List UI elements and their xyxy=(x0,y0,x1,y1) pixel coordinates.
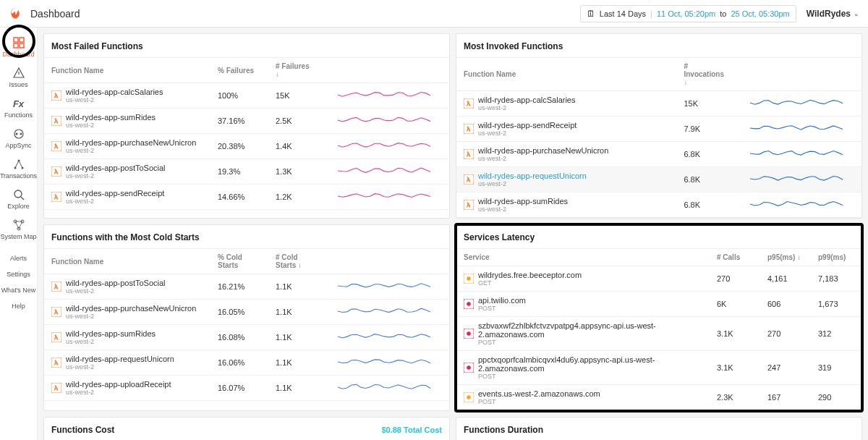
table-row[interactable]: wild-rydes-app-purchaseNewUnicronus-west… xyxy=(456,142,861,167)
function-name[interactable]: wild-rydes-app-sumRides xyxy=(66,113,156,122)
sidebar-item-help[interactable]: Help xyxy=(0,298,37,314)
table-row[interactable]: wild-rydes-app-calcSalariesus-west-215K xyxy=(456,91,861,117)
col-name[interactable]: Function Name xyxy=(44,249,210,274)
table-row[interactable]: wild-rydes-app-requestUnicornus-west-26.… xyxy=(456,167,861,192)
function-name[interactable]: wild-rydes-app-purchaseNewUnicron xyxy=(66,304,196,313)
function-name[interactable]: wild-rydes-app-requestUnicorn xyxy=(478,172,587,180)
lambda-icon xyxy=(51,192,61,202)
transactions-icon xyxy=(12,158,25,171)
col-pct[interactable]: % Cold Starts xyxy=(210,249,268,274)
sidebar-item-label: AppSync xyxy=(5,142,31,149)
table-row[interactable]: wild-rydes-app-sendReceiptus-west-27.9K xyxy=(456,117,861,142)
col-svc[interactable]: Service xyxy=(456,249,710,266)
lambda-icon xyxy=(464,174,474,185)
function-name[interactable]: wild-rydes-app-purchaseNewUnicron xyxy=(66,138,196,147)
table-row[interactable]: wild-rydes-app-sendReceiptus-west-214.66… xyxy=(44,185,449,210)
svg-point-38 xyxy=(467,365,471,370)
sidebar-item-settings[interactable]: Settings xyxy=(0,266,37,282)
http-method: POST xyxy=(478,339,702,346)
function-region: us-west-2 xyxy=(66,122,156,129)
table-row[interactable]: wild-rydes-app-calcSalariesus-west-2100%… xyxy=(44,83,449,109)
service-name[interactable]: szbvaxwf2zhlbkfctvzvpatpg4.appsync-api.u… xyxy=(478,321,656,339)
table-row[interactable]: wild-rydes-app-sumRidesus-west-237.16%2.… xyxy=(44,109,449,134)
table-row[interactable]: wildrydes.free.beeceptor.comGET2704,1617… xyxy=(456,266,861,292)
service-name[interactable]: events.us-west-2.amazonaws.com xyxy=(478,389,600,398)
function-name[interactable]: wild-rydes-app-calcSalaries xyxy=(66,88,163,96)
table-row[interactable]: wild-rydes-app-purchaseNewUnicronus-west… xyxy=(44,300,449,325)
col-calls[interactable]: # Calls xyxy=(710,249,760,266)
svg-rect-0 xyxy=(14,38,18,42)
table-row[interactable]: wild-rydes-app-sumRidesus-west-26.8K xyxy=(456,192,861,218)
col-pct[interactable]: % Failures xyxy=(210,58,268,83)
function-region: us-west-2 xyxy=(478,104,576,111)
svg-point-36 xyxy=(467,331,471,336)
col-name[interactable]: Function Name xyxy=(456,58,676,91)
sparkline xyxy=(326,140,442,151)
sidebar-item-label: Settings xyxy=(7,271,30,278)
sparkline xyxy=(326,165,442,177)
table-row[interactable]: wild-rydes-app-requestUnicornus-west-216… xyxy=(44,350,449,376)
service-name[interactable]: api.twilio.com xyxy=(478,296,526,305)
sidebar-item-systemmap[interactable]: System Map xyxy=(0,214,37,245)
function-name[interactable]: wild-rydes-app-uploadReceipt xyxy=(66,380,171,389)
function-name[interactable]: wild-rydes-app-sumRides xyxy=(66,329,156,338)
sidebar-item-transactions[interactable]: Transactions xyxy=(0,153,37,184)
table-row[interactable]: events.us-west-2.amazonaws.comPOST2.3K16… xyxy=(456,385,861,410)
col-p95[interactable]: p95(ms) ↓ xyxy=(760,249,811,266)
function-name[interactable]: wild-rydes-app-postToSocial xyxy=(66,279,166,287)
function-region: us-west-2 xyxy=(66,313,196,320)
col-cnt[interactable]: # Failures ↓ xyxy=(268,58,319,83)
panel-title: Most Failed Functions xyxy=(44,34,449,57)
account-switcher[interactable]: WildRydes ⌄ xyxy=(807,9,859,19)
sidebar-item-label: System Map xyxy=(0,233,36,240)
function-name[interactable]: wild-rydes-app-sumRides xyxy=(478,197,568,206)
sidebar-item-explore[interactable]: Explore xyxy=(0,184,37,214)
col-cnt[interactable]: # Invocations ↓ xyxy=(676,58,731,91)
function-name[interactable]: wild-rydes-app-sendReceipt xyxy=(66,189,164,198)
col-cnt[interactable]: # Cold Starts ↓ xyxy=(268,249,319,274)
table-row[interactable]: wild-rydes-app-purchaseNewUnicronus-west… xyxy=(44,134,449,159)
table-row[interactable]: szbvaxwf2zhlbkfctvzvpatpg4.appsync-api.u… xyxy=(456,317,861,351)
sidebar-item-alerts[interactable]: Alerts xyxy=(0,250,37,266)
function-name[interactable]: wild-rydes-app-postToSocial xyxy=(66,164,166,172)
col-p99[interactable]: p99(ms) xyxy=(811,249,861,266)
function-region: us-west-2 xyxy=(66,147,196,154)
table-row[interactable]: wild-rydes-app-uploadReceiptus-west-216.… xyxy=(44,376,449,401)
most-invoked-table: Function Name # Invocations ↓ wild-rydes… xyxy=(456,57,861,218)
service-name[interactable]: ppctxqoprfcalmbicqvxl4du6y.appsync-api.u… xyxy=(478,355,655,373)
sparkline xyxy=(739,198,854,210)
sparkline xyxy=(739,122,854,134)
table-row[interactable]: wild-rydes-app-postToSocialus-west-219.3… xyxy=(44,159,449,185)
fx-icon: Fx xyxy=(12,97,25,110)
alert-icon xyxy=(12,67,25,80)
svg-point-7 xyxy=(20,133,22,135)
sidebar-item-appsync[interactable]: AppSync xyxy=(0,123,37,153)
sidebar-item-issues[interactable]: Issues xyxy=(0,62,37,93)
table-row[interactable]: wild-rydes-app-postToSocialus-west-216.2… xyxy=(44,274,449,300)
function-name[interactable]: wild-rydes-app-calcSalaries xyxy=(478,96,576,104)
sidebar-item-dashboard[interactable]: Dashboard xyxy=(0,32,37,62)
panel-title: Functions Cost xyxy=(51,425,114,435)
sidebar-item-whatsnew[interactable]: What's New xyxy=(0,282,37,298)
dashboard-icon xyxy=(12,36,25,49)
table-row[interactable]: ppctxqoprfcalmbicqvxl4du6y.appsync-api.u… xyxy=(456,351,861,385)
service-icon xyxy=(464,274,474,284)
service-name[interactable]: wildrydes.free.beeceptor.com xyxy=(478,271,582,279)
lambda-icon xyxy=(51,307,61,317)
function-region: us-west-2 xyxy=(478,206,568,213)
function-name[interactable]: wild-rydes-app-purchaseNewUnicron xyxy=(478,146,608,155)
table-row[interactable]: api.twilio.comPOST6K6061,673 xyxy=(456,292,861,317)
function-name[interactable]: wild-rydes-app-sendReceipt xyxy=(478,121,576,130)
service-icon xyxy=(464,392,474,402)
lambda-icon xyxy=(51,282,61,292)
svg-point-32 xyxy=(467,276,471,281)
latency-table: Service # Calls p95(ms) ↓ p99(ms) wildry… xyxy=(456,248,861,410)
sidebar-item-functions[interactable]: Fx Functions xyxy=(0,93,37,123)
col-name[interactable]: Function Name xyxy=(44,58,210,83)
function-name[interactable]: wild-rydes-app-requestUnicorn xyxy=(66,355,174,363)
sidebar-item-label: Issues xyxy=(9,81,27,88)
function-region: us-west-2 xyxy=(478,155,608,162)
svg-line-12 xyxy=(21,197,24,200)
table-row[interactable]: wild-rydes-app-sumRidesus-west-216.08%1.… xyxy=(44,325,449,350)
time-range-picker[interactable]: 🗓 Last 14 Days | 11 Oct, 05:20pm to 25 O… xyxy=(580,5,796,22)
